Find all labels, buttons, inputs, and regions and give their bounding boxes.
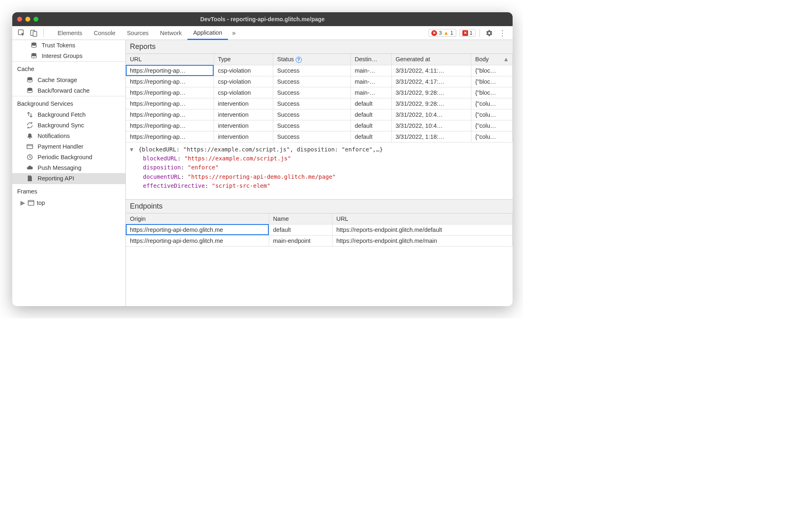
report-cell-type: intervention — [214, 98, 273, 109]
report-cell-type: intervention — [214, 109, 273, 120]
tab-console[interactable]: Console — [88, 26, 121, 40]
report-cell-url: https://reporting-ap… — [126, 109, 214, 120]
report-cell-dest: default — [350, 98, 391, 109]
sidebar-item-interest-groups[interactable]: Interest Groups — [12, 51, 125, 61]
report-row[interactable]: https://reporting-ap…interventionSuccess… — [126, 131, 513, 142]
report-detail-pane: ▼ {blockedURL: "https://example.com/scri… — [126, 142, 513, 200]
col-status[interactable]: Status? — [273, 54, 350, 65]
main-area: Trust Tokens Interest Groups Cache Cache… — [12, 40, 513, 306]
report-cell-gen: 3/31/2022, 10:4… — [391, 109, 471, 120]
sidebar-item-bfcache[interactable]: Back/forward cache — [12, 85, 125, 96]
sort-asc-icon: ▲ — [503, 56, 509, 62]
detail-prop: documentURL: "https://reporting-api-demo… — [130, 172, 509, 181]
tab-sources[interactable]: Sources — [121, 26, 154, 40]
sidebar-label: Periodic Background — [38, 154, 92, 160]
issues-badge[interactable]: ✕ 1 — [460, 29, 475, 37]
col-type[interactable]: Type — [214, 54, 273, 65]
report-row[interactable]: https://reporting-ap…interventionSuccess… — [126, 109, 513, 120]
sidebar-label: Interest Groups — [42, 53, 83, 59]
report-cell-url: https://reporting-ap… — [126, 98, 214, 109]
collapse-triangle-icon[interactable]: ▼ — [130, 146, 133, 153]
tab-elements[interactable]: Elements — [52, 26, 88, 40]
detail-summary-row[interactable]: ▼ {blockedURL: "https://example.com/scri… — [130, 145, 509, 154]
report-cell-body: {"bloc… — [471, 65, 513, 76]
sidebar-item-payment-handler[interactable]: Payment Handler — [12, 141, 125, 152]
report-cell-body: {"colu… — [471, 120, 513, 131]
endpoint-row[interactable]: https://reporting-api-demo.glitch.medefa… — [126, 224, 513, 235]
report-cell-gen: 3/31/2022, 9:28:… — [391, 87, 471, 98]
endpoint-cell-name: default — [269, 224, 332, 235]
sidebar-item-cache-storage[interactable]: Cache Storage — [12, 75, 125, 85]
sidebar-item-trust-tokens[interactable]: Trust Tokens — [12, 40, 125, 51]
card-icon — [26, 143, 33, 150]
endpoints-table: Origin Name URL https://reporting-api-de… — [126, 213, 513, 247]
endpoint-row[interactable]: https://reporting-api-demo.glitch.memain… — [126, 235, 513, 246]
col-name[interactable]: Name — [269, 213, 332, 224]
close-window-button[interactable] — [17, 17, 22, 22]
endpoint-cell-origin: https://reporting-api-demo.glitch.me — [126, 235, 269, 246]
report-cell-status: Success — [273, 98, 350, 109]
report-row[interactable]: https://reporting-ap…csp-violationSucces… — [126, 76, 513, 87]
inspect-element-icon[interactable] — [16, 28, 27, 38]
col-origin[interactable]: Origin — [126, 213, 269, 224]
separator — [480, 29, 480, 37]
traffic-lights — [17, 17, 38, 22]
help-icon[interactable]: ? — [296, 57, 302, 63]
report-cell-body: {"colu… — [471, 131, 513, 142]
report-row[interactable]: https://reporting-ap…interventionSuccess… — [126, 98, 513, 109]
database-icon — [30, 52, 38, 60]
sidebar-label: Back/forward cache — [38, 87, 89, 94]
col-url[interactable]: URL — [126, 54, 214, 65]
more-tabs-icon[interactable]: » — [228, 29, 240, 37]
tab-application[interactable]: Application — [187, 27, 228, 40]
report-row[interactable]: https://reporting-ap…csp-violationSucces… — [126, 65, 513, 76]
report-row[interactable]: https://reporting-ap…interventionSuccess… — [126, 120, 513, 131]
sidebar-item-background-sync[interactable]: Background Sync — [12, 120, 125, 131]
report-cell-dest: default — [350, 109, 391, 120]
sidebar-item-background-fetch[interactable]: Background Fetch — [12, 109, 125, 120]
report-cell-url: https://reporting-ap… — [126, 120, 214, 131]
sidebar-item-frame-top[interactable]: ▶ top — [12, 197, 125, 208]
frame-label: top — [37, 200, 45, 206]
more-options-icon[interactable]: ⋮ — [496, 29, 509, 38]
database-icon — [26, 87, 33, 94]
report-row[interactable]: https://reporting-ap…csp-violationSucces… — [126, 87, 513, 98]
device-toolbar-icon[interactable] — [29, 28, 39, 38]
sidebar-group-bgservices: Background Services — [12, 96, 125, 109]
report-cell-status: Success — [273, 87, 350, 98]
col-destination[interactable]: Destin… — [350, 54, 391, 65]
window-icon — [28, 200, 34, 206]
sidebar-label: Reporting API — [38, 175, 74, 182]
report-cell-status: Success — [273, 109, 350, 120]
col-endpoint-url[interactable]: URL — [332, 213, 513, 224]
col-body[interactable]: Body▲ — [471, 54, 513, 65]
col-generated-at[interactable]: Generated at — [391, 54, 471, 65]
sidebar-item-periodic-bg[interactable]: Periodic Background — [12, 152, 125, 162]
expand-triangle-icon[interactable]: ▶ — [20, 200, 25, 206]
report-cell-url: https://reporting-ap… — [126, 131, 214, 142]
report-cell-gen: 3/31/2022, 4:11:… — [391, 65, 471, 76]
report-cell-type: csp-violation — [214, 87, 273, 98]
sidebar-item-push-messaging[interactable]: Push Messaging — [12, 162, 125, 173]
console-errors-badge[interactable]: ✕ 3 ▲ 1 — [428, 29, 456, 37]
sidebar-item-reporting-api[interactable]: Reporting API — [12, 173, 125, 184]
report-cell-gen: 3/31/2022, 4:17:… — [391, 76, 471, 87]
report-cell-status: Success — [273, 120, 350, 131]
devtools-toolbar: Elements Console Sources Network Applica… — [12, 26, 513, 40]
settings-icon[interactable] — [484, 28, 495, 38]
report-cell-dest: default — [350, 131, 391, 142]
report-cell-url: https://reporting-ap… — [126, 65, 214, 76]
sidebar-label: Background Fetch — [38, 111, 86, 118]
zoom-window-button[interactable] — [33, 17, 38, 22]
issue-icon: ✕ — [462, 30, 468, 36]
detail-summary: {blockedURL: "https://example.com/script… — [138, 146, 383, 153]
minimize-window-button[interactable] — [25, 17, 30, 22]
reports-table: URL Type Status? Destin… Generated at Bo… — [126, 54, 513, 142]
sync-icon — [26, 122, 33, 129]
sidebar-item-notifications[interactable]: Notifications — [12, 131, 125, 141]
tab-network[interactable]: Network — [154, 26, 187, 40]
report-cell-body: {"bloc… — [471, 76, 513, 87]
panel-tabs: Elements Console Sources Network Applica… — [52, 26, 240, 40]
endpoints-header-row: Origin Name URL — [126, 213, 513, 224]
report-cell-dest: default — [350, 120, 391, 131]
